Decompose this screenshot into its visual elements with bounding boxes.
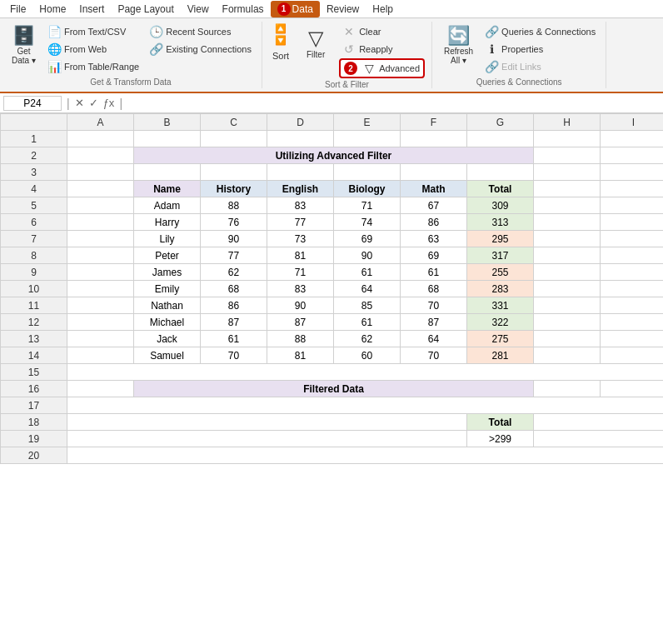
cell-biology-0[interactable]: 71: [334, 197, 401, 214]
cell-total-4[interactable]: 255: [467, 264, 534, 281]
edit-links-button[interactable]: 🔗 Edit Links: [481, 58, 599, 75]
cell-a3[interactable]: [67, 164, 134, 181]
cell-i6[interactable]: [601, 214, 664, 231]
cell-english-1[interactable]: 77: [267, 214, 334, 231]
cell-history-9[interactable]: 70: [201, 347, 267, 364]
cell-h7[interactable]: [534, 231, 601, 247]
cell-total-7[interactable]: 322: [467, 314, 534, 331]
queries-connections-button[interactable]: 🔗 Queries & Connections: [481, 23, 599, 40]
cell-math-4[interactable]: 61: [401, 264, 467, 281]
cell-f1[interactable]: [401, 131, 467, 147]
cell-h16[interactable]: [534, 381, 601, 397]
col-header-f[interactable]: F: [401, 114, 467, 131]
cell-i7[interactable]: [601, 231, 664, 247]
reapply-button[interactable]: ↺ Reapply: [339, 41, 425, 57]
cell-history-0[interactable]: 88: [201, 197, 267, 214]
cell-biology-3[interactable]: 90: [334, 247, 401, 264]
cell-name-9[interactable]: Samuel: [134, 347, 201, 364]
menu-insert[interactable]: Insert: [72, 2, 111, 17]
cell-english-9[interactable]: 81: [267, 347, 334, 364]
cell-english-2[interactable]: 73: [267, 231, 334, 247]
col-header-h[interactable]: H: [534, 114, 601, 131]
cell-h11[interactable]: [534, 297, 601, 314]
cell-biology-9[interactable]: 60: [334, 347, 401, 364]
cell-history-8[interactable]: 61: [201, 331, 267, 347]
cell-h13[interactable]: [534, 331, 601, 347]
cell-h14[interactable]: [534, 347, 601, 364]
cell-a1[interactable]: [67, 131, 134, 147]
cell-c3[interactable]: [201, 164, 267, 181]
cell-biology-4[interactable]: 61: [334, 264, 401, 281]
cell-a12[interactable]: [67, 314, 134, 331]
cell-english-7[interactable]: 87: [267, 314, 334, 331]
cell-i2[interactable]: [601, 147, 664, 164]
cell-math-1[interactable]: 86: [401, 214, 467, 231]
cell-math-5[interactable]: 68: [401, 281, 467, 297]
cell-name-3[interactable]: Peter: [134, 247, 201, 264]
cell-i3[interactable]: [601, 164, 664, 181]
cell-math-0[interactable]: 67: [401, 197, 467, 214]
insert-function-icon[interactable]: ƒx: [103, 97, 115, 109]
row-num-7[interactable]: 7: [1, 231, 67, 247]
row-num-5[interactable]: 5: [1, 197, 67, 214]
properties-button[interactable]: ℹ Properties: [481, 41, 599, 57]
get-data-button[interactable]: 🗄️ GetData ▾: [7, 23, 41, 68]
row-num-4[interactable]: 4: [1, 181, 67, 197]
cell-history-7[interactable]: 87: [201, 314, 267, 331]
cell-name-5[interactable]: Emily: [134, 281, 201, 297]
row-num-20[interactable]: 20: [1, 447, 67, 464]
menu-review[interactable]: Review: [320, 2, 366, 17]
row-num-2[interactable]: 2: [1, 147, 67, 164]
col-header-i[interactable]: I: [601, 114, 664, 131]
cell-english-5[interactable]: 83: [267, 281, 334, 297]
cell-english-8[interactable]: 88: [267, 331, 334, 347]
cell-a10[interactable]: [67, 281, 134, 297]
cell-h3[interactable]: [534, 164, 601, 181]
cell-total-8[interactable]: 275: [467, 331, 534, 347]
row-num-16[interactable]: 16: [1, 381, 67, 397]
row-num-9[interactable]: 9: [1, 264, 67, 281]
cell-a7[interactable]: [67, 231, 134, 247]
advanced-button[interactable]: 2 ▽ Advanced: [339, 58, 425, 78]
menu-data[interactable]: 1Data: [271, 1, 320, 17]
cell-a5[interactable]: [67, 197, 134, 214]
cell-math-6[interactable]: 70: [401, 297, 467, 314]
col-header-c[interactable]: C: [201, 114, 267, 131]
col-header-b[interactable]: B: [134, 114, 201, 131]
cell-i5[interactable]: [601, 197, 664, 214]
cell-english-6[interactable]: 90: [267, 297, 334, 314]
col-header-a[interactable]: A: [67, 114, 134, 131]
cell-row19-empty[interactable]: [67, 431, 467, 447]
cell-biology-1[interactable]: 74: [334, 214, 401, 231]
cell-row19-rest[interactable]: [534, 431, 664, 447]
filter-button[interactable]: ▽ Filter: [299, 23, 332, 62]
cell-biology-8[interactable]: 62: [334, 331, 401, 347]
cell-h9[interactable]: [534, 264, 601, 281]
cell-row15[interactable]: [67, 364, 664, 381]
cell-history-3[interactable]: 77: [201, 247, 267, 264]
col-header-g[interactable]: G: [467, 114, 534, 131]
cell-total-1[interactable]: 313: [467, 214, 534, 231]
cell-i9[interactable]: [601, 264, 664, 281]
cell-math-2[interactable]: 63: [401, 231, 467, 247]
refresh-button[interactable]: 🔄 RefreshAll ▾: [439, 23, 478, 68]
row-num-13[interactable]: 13: [1, 331, 67, 347]
row-num-3[interactable]: 3: [1, 164, 67, 181]
cell-h2[interactable]: [534, 147, 601, 164]
cell-total-5[interactable]: 283: [467, 281, 534, 297]
formula-input[interactable]: [127, 97, 660, 109]
cell-a11[interactable]: [67, 297, 134, 314]
cell-e3[interactable]: [334, 164, 401, 181]
cell-name-4[interactable]: James: [134, 264, 201, 281]
cell-biology-7[interactable]: 61: [334, 314, 401, 331]
row-num-17[interactable]: 17: [1, 397, 67, 414]
cell-d3[interactable]: [267, 164, 334, 181]
cell-row18-empty[interactable]: [67, 414, 467, 431]
cell-math-8[interactable]: 64: [401, 331, 467, 347]
from-text-csv-button[interactable]: 📄 From Text/CSV: [44, 23, 142, 40]
menu-view[interactable]: View: [181, 2, 216, 17]
cell-row20[interactable]: [67, 447, 664, 464]
row-num-1[interactable]: 1: [1, 131, 67, 147]
cell-a6[interactable]: [67, 214, 134, 231]
row-num-15[interactable]: 15: [1, 364, 67, 381]
